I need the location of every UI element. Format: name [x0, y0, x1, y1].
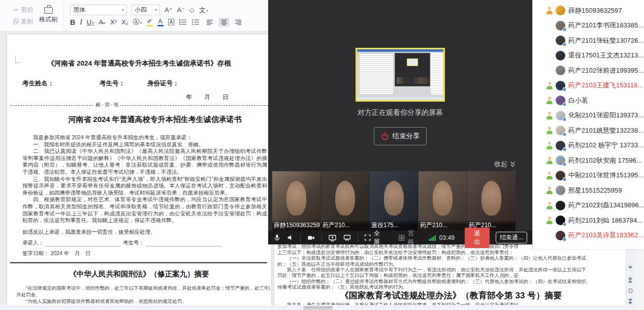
- field-candidate-no: 考生号：: [100, 79, 125, 88]
- power-icon: [381, 132, 389, 140]
- previous-page-icon[interactable]: [626, 277, 634, 283]
- participant-name: 退役17501王文杰13213...: [568, 51, 644, 60]
- underline-button[interactable]: U ▾: [87, 19, 94, 25]
- superscript-button[interactable]: X²: [110, 19, 117, 25]
- participant-row[interactable]: 中制2101张世博151395...: [533, 168, 644, 183]
- meeting-control-bar: 全屏 宫格 03:49 退出 结束通...: [268, 231, 532, 244]
- font-name-select[interactable]: 黑体 ▾: [70, 5, 127, 15]
- member-status-icon: [546, 187, 553, 194]
- copy-icon: [13, 18, 19, 24]
- align-right-button[interactable]: [233, 18, 244, 27]
- section-divider: [10, 262, 267, 263]
- highlight-button[interactable]: ✐: [147, 18, 153, 26]
- increase-font-button[interactable]: A⁺: [165, 7, 173, 13]
- bold-button[interactable]: B: [70, 19, 75, 26]
- call-duration: 03:49: [429, 234, 455, 241]
- video-tile[interactable]: 退役175...: [370, 171, 418, 231]
- participant-row[interactable]: 化制2101张迎阳139373...: [533, 108, 644, 123]
- fullscreen-button[interactable]: 全屏: [364, 229, 385, 246]
- font-color-button[interactable]: A: [157, 18, 164, 26]
- document-text-line: 的；（五）其他以不正当手段获得考试成绩的作弊行为。: [277, 261, 625, 267]
- cut-label: 剪切: [21, 6, 33, 14]
- document-paragraph: 三、我知晓今年专升本招生考试实行“无声入场”，即入场检查时“智能安检门”和金属探…: [22, 176, 267, 197]
- format-painter-button[interactable]: 格式刷: [39, 7, 57, 24]
- participant-row[interactable]: 药产2101姚慧莹132238...: [533, 123, 644, 138]
- participant-name: 药产2103吴诗晨183362...: [568, 231, 644, 240]
- criminal-law-title: 《中华人民共和国刑法》（修正案九）摘要: [7, 269, 271, 279]
- align-left-button[interactable]: [204, 18, 215, 27]
- participant-row[interactable]: 药产2101李书瑶183385...: [533, 18, 644, 34]
- align-center-button[interactable]: [218, 18, 230, 27]
- decrease-font-button[interactable]: A⁻: [177, 7, 185, 13]
- document-paragraph: 二、我已认真阅读《中华人民共和国刑法》《最高人民法院最高人民检察院关于办理组织考…: [22, 148, 267, 175]
- participant-row[interactable]: 白小茗: [533, 93, 644, 108]
- share-screen-icon[interactable]: [328, 234, 337, 242]
- commitment-body: 我是参加河南省 2024 年普通高校专升本招生的考生，现郑重承诺：一、我报名时所…: [22, 134, 267, 224]
- participant-row[interactable]: 药剂2102 杨宇宁 13733...: [533, 138, 644, 153]
- font-size-select[interactable]: 小四 ▾: [132, 5, 160, 15]
- participant-name: 中制2101张世博151395...: [568, 171, 644, 180]
- grid-view-button[interactable]: 宫格: [398, 229, 420, 246]
- microphone-icon[interactable]: [273, 234, 281, 242]
- document-text-line: 传播考试试题或者答案的；（五）其他扰乱考试秩序的行为。: [277, 284, 625, 290]
- member-status-icon: [546, 202, 553, 209]
- exit-button[interactable]: 退出: [465, 228, 490, 248]
- participant-row[interactable]: 药剂2101刘灿 1863784...: [533, 213, 644, 228]
- sharing-status-text: 对方正在观看你分享的屏幕: [268, 108, 532, 117]
- document-text-line: 并处罚金。: [16, 291, 270, 298]
- italic-button[interactable]: I: [80, 19, 82, 26]
- copy-button[interactable]: 复制: [13, 17, 33, 26]
- cut-button[interactable]: ✂ 剪切: [13, 6, 33, 14]
- scroll-down-icon[interactable]: [626, 266, 634, 269]
- camera-icon[interactable]: [307, 234, 315, 241]
- member-status-icon: [546, 82, 553, 89]
- member-status-icon: [546, 127, 553, 134]
- projector-screen-icon[interactable]: [343, 234, 351, 242]
- subscript-button[interactable]: X₂: [121, 19, 128, 25]
- participant-row[interactable]: 药剂2102耿安南 17596...: [533, 153, 644, 168]
- document-text-line: 罚款；情节严重的，处五日以上十五日以下拘留；构成犯罪的，依法追究刑事责任；属于国…: [277, 272, 625, 278]
- toolbar-divider: [63, 4, 64, 27]
- bullet-list-button[interactable]: [179, 19, 187, 25]
- commitment-title: 河南省 2024 年普通高校专升本招生考生诚信承诺书: [7, 115, 271, 125]
- participant-name: 药产2101姚慧莹132238...: [568, 126, 644, 135]
- avatar: [556, 111, 565, 120]
- horizontal-scrollbar-thumb[interactable]: [303, 306, 333, 309]
- pinyin-guide-icon[interactable]: 文 ▾: [199, 7, 208, 13]
- strikethrough-button[interactable]: A̶ ▾: [99, 19, 106, 25]
- end-share-button[interactable]: 结束分享: [374, 127, 427, 145]
- video-tile[interactable]: 药产210...: [418, 171, 467, 231]
- participant-name: 药产2101李书瑶183385...: [568, 21, 644, 30]
- document-text-line: （一）组织作弊的；（二）通过提供考试作弊器材等方式为作弊提供帮助或者便利的；（三…: [277, 278, 625, 284]
- video-tile[interactable]: 药产210...: [467, 171, 516, 231]
- video-tile[interactable]: 药产210...: [321, 171, 369, 231]
- collapse-button[interactable]: 收起: [494, 160, 516, 169]
- share-preview-thumbnail: [356, 48, 445, 102]
- character-border-button[interactable]: A: [168, 19, 175, 25]
- next-page-icon[interactable]: [626, 299, 634, 304]
- fullscreen-icon: [364, 234, 371, 241]
- video-tile[interactable]: 薛静15093632597: [272, 171, 320, 231]
- grid-icon: [398, 234, 405, 241]
- member-status-icon: [546, 216, 553, 224]
- clear-format-icon[interactable]: ◇: [189, 7, 195, 13]
- document-page-1: 《河南省 2024 年普通高校专升本招生考生诚信承诺书》存根 考生姓名： 考生号…: [7, 35, 271, 305]
- participant-row[interactable]: 药产2103吴诗晨183362...: [533, 228, 644, 243]
- speaker-icon[interactable]: [287, 234, 294, 241]
- participant-row[interactable]: 邢星15515225959: [533, 183, 644, 198]
- document-text-line: 第八十条 任何组织或者个人在国家教育考试中有下列行为之一，有违法所得的，由公安机…: [277, 267, 625, 272]
- mini-badge-icon: [563, 43, 567, 47]
- avatar: [556, 156, 565, 165]
- select-browse-object-icon[interactable]: [626, 289, 634, 293]
- participant-row[interactable]: 薛静15093632597: [533, 3, 644, 18]
- numbered-list-button[interactable]: [191, 19, 200, 25]
- participant-row[interactable]: 药产2103王建飞153118...: [533, 78, 644, 94]
- end-call-button[interactable]: 结束通...: [496, 232, 527, 243]
- candidate-no-label: 考生号：: [123, 239, 144, 246]
- participant-row[interactable]: 药产2102刘磊13419896...: [533, 198, 644, 213]
- participant-row[interactable]: 药产2102张前进199395...: [533, 63, 644, 78]
- participant-row[interactable]: 药产2101张钰莹130726...: [533, 33, 644, 48]
- video-strip: 薛静15093632597 药产210... 退役175... 药产210...…: [272, 171, 516, 231]
- enclose-character-button[interactable]: Ⓐ ▾: [133, 19, 142, 25]
- participant-row[interactable]: 退役17501王文杰13213...: [533, 48, 644, 64]
